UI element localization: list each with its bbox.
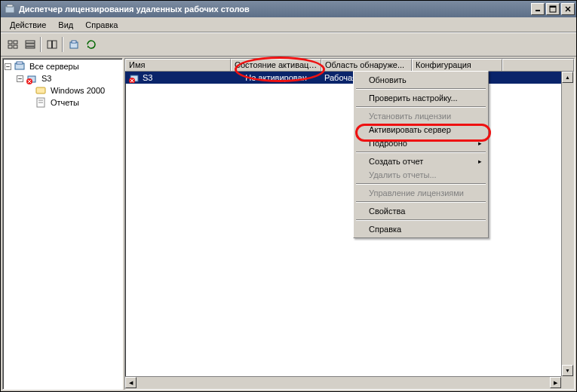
cell-name: S3 — [125, 72, 231, 83]
tree-node-reports[interactable]: Отчеты — [5, 96, 121, 109]
cell-activation: Не активирован — [231, 73, 321, 82]
report-icon — [35, 96, 47, 109]
titlebar-buttons — [529, 3, 575, 15]
ctx-help[interactable]: Справка — [355, 222, 486, 236]
list-row-selected[interactable]: S3 Не активирован Рабочая гр OK — [125, 72, 574, 84]
toolbar-button-5[interactable] — [82, 36, 100, 53]
ctx-details[interactable]: Подробно — [355, 136, 486, 150]
menu-action[interactable]: Действие — [4, 19, 52, 31]
license-icon — [35, 84, 47, 96]
toolbar-button-4[interactable] — [65, 36, 82, 53]
server-error-icon — [26, 72, 38, 84]
ctx-install-licenses: Установить лицензии — [355, 109, 486, 123]
ctx-separator — [356, 106, 486, 108]
column-header-activation[interactable]: Состояние активации — [231, 59, 321, 71]
context-menu: Обновить Проверить настройку... Установи… — [353, 71, 489, 238]
ctx-delete-reports: Удалить отчеты... — [355, 168, 486, 182]
app-icon — [4, 3, 16, 15]
svg-rect-17 — [72, 41, 76, 43]
svg-rect-12 — [26, 44, 35, 46]
cell-name-text: S3 — [143, 73, 152, 82]
column-header-empty — [502, 59, 574, 71]
ctx-refresh[interactable]: Обновить — [355, 73, 486, 87]
server-error-icon — [128, 72, 140, 83]
ctx-separator — [356, 201, 486, 203]
app-window: Диспетчер лицензирования удаленных рабоч… — [0, 0, 577, 392]
ctx-separator — [356, 152, 486, 153]
list-pane: Имя Состояние активации Область обнаруже… — [124, 58, 575, 390]
svg-rect-8 — [14, 41, 17, 44]
minimize-button[interactable] — [531, 3, 545, 15]
tree-node-label: Отчеты — [49, 98, 81, 107]
tree-root[interactable]: − Все серверы — [5, 60, 121, 72]
toolbar-button-2[interactable] — [21, 36, 38, 53]
toolbar-button-3[interactable] — [43, 36, 60, 53]
horizontal-scrollbar[interactable]: ◀ ▶ — [125, 376, 561, 389]
content-area: − Все серверы − S3 Windows 2000 — [1, 57, 576, 391]
svg-rect-7 — [8, 41, 12, 44]
list-header: Имя Состояние активации Область обнаруже… — [125, 59, 574, 72]
menubar: Действие Вид Справка — [1, 17, 576, 32]
titlebar: Диспетчер лицензирования удаленных рабоч… — [1, 1, 576, 17]
column-header-discovery[interactable]: Область обнаруже... — [321, 59, 412, 71]
ctx-separator — [356, 88, 486, 90]
tree-server[interactable]: − S3 — [5, 72, 121, 84]
svg-rect-9 — [8, 45, 12, 48]
ctx-manage-licenses: Управление лицензиями — [355, 186, 486, 200]
tree-root-label: Все серверы — [28, 62, 81, 71]
tree-server-label: S3 — [40, 74, 53, 83]
scroll-up-button[interactable]: ▲ — [562, 72, 573, 83]
scroll-down-button[interactable]: ▼ — [562, 365, 573, 376]
menu-help[interactable]: Справка — [79, 19, 124, 31]
toolbar-button-1[interactable] — [4, 36, 21, 53]
column-header-name[interactable]: Имя — [125, 59, 231, 71]
servers-icon — [14, 60, 26, 72]
scrollbar-corner — [561, 376, 574, 389]
column-header-config[interactable]: Конфигурация — [412, 59, 502, 71]
vertical-scrollbar[interactable]: ▲ ▼ — [561, 72, 574, 376]
svg-rect-11 — [26, 41, 35, 43]
tree-node-label: Windows 2000 — [49, 86, 106, 95]
tree-pane[interactable]: − Все серверы − S3 Windows 2000 — [2, 58, 123, 390]
svg-rect-19 — [17, 62, 23, 64]
tree-node-windows[interactable]: Windows 2000 — [5, 84, 121, 96]
tree-toggle-collapse-icon[interactable]: − — [17, 75, 23, 82]
scroll-left-button[interactable]: ◀ — [125, 377, 137, 388]
svg-rect-13 — [26, 47, 35, 48]
ctx-activate-server[interactable]: Активировать сервер — [355, 123, 486, 136]
toolbar-separator — [62, 37, 63, 52]
svg-rect-1 — [7, 5, 13, 7]
window-title: Диспетчер лицензирования удаленных рабоч… — [19, 5, 529, 14]
svg-rect-10 — [14, 45, 17, 48]
ctx-separator — [356, 219, 486, 221]
svg-rect-15 — [51, 41, 53, 48]
maximize-button[interactable] — [546, 3, 560, 15]
toolbar — [1, 32, 576, 57]
scroll-right-button[interactable]: ▶ — [550, 377, 561, 388]
menu-view[interactable]: Вид — [52, 19, 79, 31]
toolbar-separator — [40, 37, 41, 52]
svg-rect-24 — [36, 87, 45, 93]
ctx-create-report[interactable]: Создать отчет — [355, 155, 486, 168]
ctx-separator — [356, 183, 486, 185]
close-button[interactable] — [561, 3, 575, 15]
ctx-properties[interactable]: Свойства — [355, 204, 486, 218]
ctx-check-settings[interactable]: Проверить настройку... — [355, 91, 486, 105]
tree-toggle-collapse-icon[interactable]: − — [5, 63, 11, 70]
